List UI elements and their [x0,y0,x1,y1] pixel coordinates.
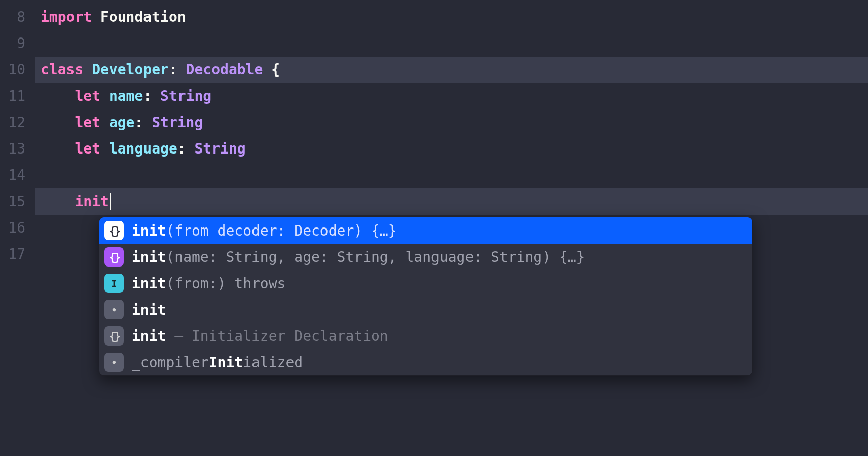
line-number: 12 [4,109,25,136]
completion-item-init[interactable]: • init [99,296,752,323]
line-number: 10 [4,57,25,83]
line-number: 17 [4,241,25,268]
initializer-icon: I [104,274,124,293]
completion-label: init(from:) throws [132,275,285,292]
colon: : [177,140,186,157]
code-line[interactable]: let name: String [35,83,868,109]
code-line[interactable]: import Foundation [35,4,868,30]
open-brace: { [271,61,280,78]
braces-icon: {} [104,326,124,346]
code-line[interactable] [35,30,868,57]
keyword-class: class [41,61,83,78]
line-number: 13 [4,136,25,162]
completion-label: init(name: String, age: String, language… [132,249,585,265]
code-line[interactable] [35,162,868,188]
protocol-name: Decodable [186,61,263,78]
completion-item-init-declaration[interactable]: {} init – Initializer Declaration [99,323,752,349]
colon: : [143,88,152,104]
completion-label: init [132,301,166,318]
property-name: language [109,140,177,157]
completion-item-init-memberwise[interactable]: {} init(name: String, age: String, langu… [99,244,752,270]
text-cursor [110,193,111,210]
keyword-let: let [75,88,100,104]
completion-label: _compilerInitialized [132,354,303,371]
completion-item-init-decoder[interactable]: {} init(from decoder: Decoder) {…} [99,217,752,244]
completion-item-init-throws[interactable]: I init(from:) throws [99,270,752,296]
code-line[interactable]: init [35,188,868,215]
keyword-let: let [75,114,100,131]
keyword-let: let [75,140,100,157]
line-number-gutter: 8 9 10 11 12 13 14 15 16 17 [0,0,35,456]
property-name: age [109,114,135,131]
line-number: 16 [4,215,25,241]
property-name: name [109,88,143,104]
dot-icon: • [104,300,124,319]
code-line[interactable]: let age: String [35,109,868,136]
class-name: Developer [92,61,169,78]
colon: : [134,114,143,131]
colon: : [169,61,177,78]
line-number: 9 [4,30,25,57]
line-number: 14 [4,162,25,188]
code-line[interactable]: let language: String [35,136,868,162]
type-name: String [152,114,203,131]
keyword-init: init [75,193,108,210]
code-editor: 8 9 10 11 12 13 14 15 16 17 import Found… [0,0,868,456]
line-number: 15 [4,188,25,215]
line-number: 8 [4,4,25,30]
identifier-foundation: Foundation [100,9,186,25]
braces-icon: {} [104,221,124,240]
type-name: String [160,88,211,104]
braces-icon: {} [104,247,124,267]
autocomplete-popup: {} init(from decoder: Decoder) {…} {} in… [99,217,753,376]
completion-label: init – Initializer Declaration [132,328,388,345]
code-text-area[interactable]: import Foundation class Developer: Decod… [35,0,868,456]
line-number: 11 [4,83,25,109]
completion-item-compiler-initialized[interactable]: • _compilerInitialized [99,349,752,375]
completion-label: init(from decoder: Decoder) {…} [132,222,397,239]
dot-icon: • [104,353,124,372]
code-line[interactable]: class Developer: Decodable { [35,57,868,83]
type-name: String [194,140,245,157]
keyword-import: import [41,9,92,25]
